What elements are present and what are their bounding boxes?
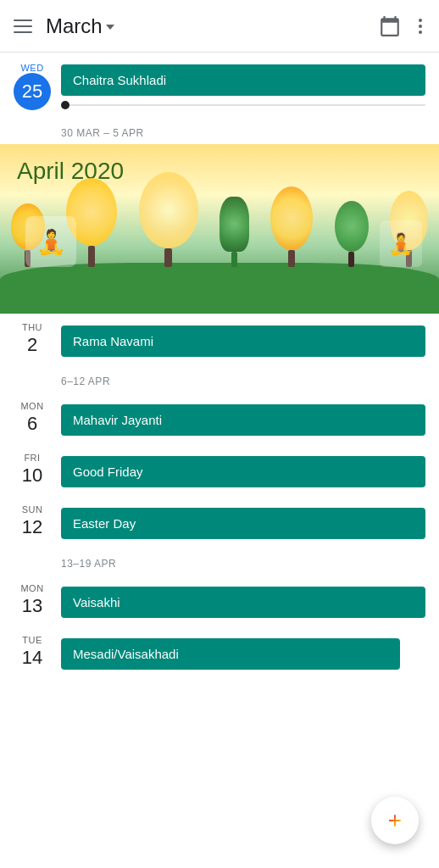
day-abbr-wed: WED — [20, 63, 43, 73]
day-number-2: 2 — [14, 334, 51, 356]
event-good-friday[interactable]: Good Friday — [61, 456, 425, 487]
day-number-13: 13 — [14, 595, 51, 617]
date-badge-fri10: FRI 10 — [14, 453, 51, 487]
fab-plus-icon: + — [388, 809, 402, 832]
april-banner: April 2020 — [0, 144, 439, 314]
week-range-2: 6–12 APR — [0, 365, 439, 392]
event-rama-navami[interactable]: Rama Navami — [61, 326, 425, 357]
event-mesadi-vaisakhadi[interactable]: Mesadi/Vaisakhadi — [61, 638, 400, 670]
app-header: March — [0, 0, 439, 53]
month-title: March — [46, 14, 103, 38]
date-badge-tue14: TUE 14 — [14, 635, 51, 669]
date-badge-wed25: WED 25 — [14, 63, 51, 110]
day-abbr-sun: SUN — [22, 504, 43, 515]
week-range-3: 13–19 APR — [0, 548, 439, 575]
tree-3 — [139, 172, 198, 267]
event-row-mon13: MON 13 Vaisakhi — [0, 575, 439, 626]
tue14-events-col: Mesadi/Vaisakhadi — [61, 635, 425, 670]
current-date-row: WED 25 Chaitra Sukhladi — [0, 53, 439, 117]
more-options-button[interactable] — [415, 15, 425, 37]
mon13-events-col: Vaisakhi — [61, 583, 425, 618]
event-row-sun12: SUN 12 Easter Day — [0, 496, 439, 548]
figure-right: 🧘 — [380, 220, 422, 267]
wed-events-col: Chaitra Sukhladi — [61, 63, 425, 109]
header-title-area[interactable]: March — [46, 14, 378, 38]
timeline-row — [61, 101, 425, 109]
calendar-today-icon[interactable] — [378, 14, 402, 38]
date-badge-sun12: SUN 12 — [14, 504, 51, 538]
day-abbr-thu: THU — [22, 322, 42, 332]
fri10-events-col: Good Friday — [61, 453, 425, 487]
event-mahavir-jayanti[interactable]: Mahavir Jayanti — [61, 404, 425, 436]
timeline-dot — [61, 101, 69, 109]
fab-add-event[interactable]: + — [371, 797, 419, 844]
day-number-12: 12 — [14, 516, 51, 538]
thu2-events-col: Rama Navami — [61, 322, 425, 357]
tree-6 — [335, 201, 369, 267]
header-actions — [378, 14, 425, 38]
day-number-10: 10 — [14, 465, 51, 487]
menu-button[interactable] — [14, 19, 32, 33]
event-row-fri10: FRI 10 Good Friday — [0, 444, 439, 496]
date-badge-mon6: MON 6 — [14, 401, 51, 435]
day-abbr-mon13: MON — [20, 583, 43, 593]
event-chaitra-sukhladi[interactable]: Chaitra Sukhladi — [61, 64, 425, 96]
date-badge-thu2: THU 2 — [14, 322, 51, 356]
day-number-14: 14 — [14, 647, 51, 669]
date-badge-mon13: MON 13 — [14, 583, 51, 617]
day-abbr-mon6: MON — [20, 401, 43, 411]
day-circle-25[interactable]: 25 — [14, 73, 51, 110]
tree-4 — [220, 197, 249, 267]
event-vaisakhi[interactable]: Vaisakhi — [61, 587, 425, 618]
mon6-events-col: Mahavir Jayanti — [61, 401, 425, 436]
ground-decoration — [0, 263, 439, 314]
event-row-thu2: THU 2 Rama Navami — [0, 314, 439, 365]
chevron-down-icon — [106, 25, 114, 30]
sun12-events-col: Easter Day — [61, 504, 425, 539]
tree-5 — [270, 186, 313, 267]
figure-left: 🧘 — [25, 216, 76, 267]
events-section: THU 2 Rama Navami 6–12 APR MON 6 Mahavir… — [0, 314, 439, 678]
event-easter-day[interactable]: Easter Day — [61, 508, 425, 539]
day-number-6: 6 — [14, 413, 51, 435]
timeline-line — [69, 104, 425, 106]
event-row-mon6: MON 6 Mahavir Jayanti — [0, 392, 439, 444]
day-abbr-tue: TUE — [22, 635, 42, 645]
week-range-1: 30 MAR – 5 APR — [0, 117, 439, 144]
day-abbr-fri: FRI — [24, 453, 40, 463]
event-row-tue14: TUE 14 Mesadi/Vaisakhadi — [0, 626, 439, 678]
